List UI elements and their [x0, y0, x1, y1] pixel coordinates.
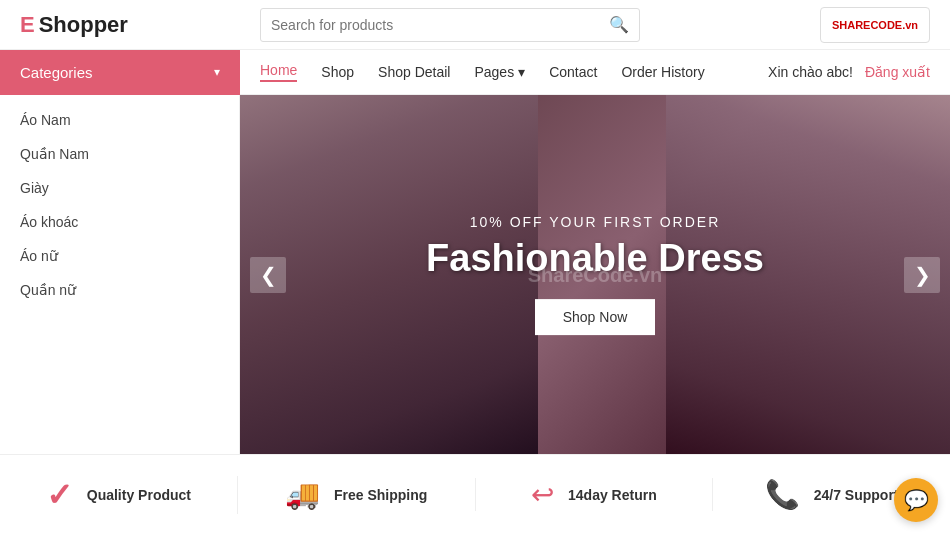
categories-label: Categories: [20, 64, 93, 81]
greeting-text: Xin chào abc!: [768, 64, 853, 80]
hero-discount-text: 10% OFF YOUR FIRST ORDER: [425, 214, 765, 230]
sidebar-item-giay[interactable]: Giày: [0, 171, 239, 205]
truck-icon: 🚚: [285, 478, 320, 511]
sidebar: Áo Nam Quần Nam Giày Áo khoác Áo nữ Quần…: [0, 95, 240, 454]
nav-link-home[interactable]: Home: [260, 62, 297, 82]
nav-link-pages[interactable]: Pages ▾: [474, 64, 525, 80]
feature-shipping: 🚚 Free Shipping: [238, 478, 476, 511]
main-area: Áo Nam Quần Nam Giày Áo khoác Áo nữ Quần…: [0, 95, 950, 454]
pages-label: Pages: [474, 64, 514, 80]
hero-title: Fashionable Dress: [425, 238, 765, 280]
nav-link-shop[interactable]: Shop: [321, 64, 354, 80]
shop-now-button[interactable]: Shop Now: [535, 299, 656, 335]
search-input[interactable]: [271, 17, 609, 33]
logo-letter: E: [20, 12, 35, 38]
categories-button[interactable]: Categories ▾: [0, 50, 240, 95]
logo-name: Shopper: [39, 12, 128, 38]
sidebar-item-quan-nu[interactable]: Quần nữ: [0, 273, 239, 307]
header: E Shopper 🔍 SHARECODE.vn: [0, 0, 950, 50]
chevron-down-icon: ▾: [518, 64, 525, 80]
quality-label: Quality Product: [87, 487, 191, 503]
nav-link-contact[interactable]: Contact: [549, 64, 597, 80]
chevron-down-icon: ▾: [214, 65, 220, 79]
feature-return: ↩ 14day Return: [476, 478, 714, 511]
search-area: 🔍: [260, 8, 640, 42]
nav-link-shop-detail[interactable]: Shop Detail: [378, 64, 450, 80]
return-label: 14day Return: [568, 487, 657, 503]
hero-next-button[interactable]: ❯: [904, 257, 940, 293]
header-right: SHARECODE.vn: [820, 7, 930, 43]
chat-bubble-button[interactable]: 💬: [894, 478, 938, 522]
support-label: 24/7 Support: [814, 487, 899, 503]
nav-bar: Categories ▾ Home Shop Shop Detail Pages…: [0, 50, 950, 95]
sharecode-logo: SHARECODE.vn: [820, 7, 930, 43]
nav-link-order-history[interactable]: Order History: [621, 64, 704, 80]
search-button[interactable]: 🔍: [609, 15, 629, 34]
nav-links: Home Shop Shop Detail Pages ▾ Contact Or…: [240, 62, 768, 82]
logo-area: E Shopper: [20, 12, 260, 38]
hero-prev-button[interactable]: ❮: [250, 257, 286, 293]
footer-features: ✓ Quality Product 🚚 Free Shipping ↩ 14da…: [0, 454, 950, 534]
phone-icon: 📞: [765, 478, 800, 511]
sidebar-item-ao-nu[interactable]: Áo nữ: [0, 239, 239, 273]
shipping-label: Free Shipping: [334, 487, 427, 503]
check-icon: ✓: [46, 476, 73, 514]
feature-quality: ✓ Quality Product: [0, 476, 238, 514]
hero-content: 10% OFF YOUR FIRST ORDER Fashionable Dre…: [425, 214, 765, 336]
sidebar-item-ao-nam[interactable]: Áo Nam: [0, 103, 239, 137]
sidebar-item-ao-khoac[interactable]: Áo khoác: [0, 205, 239, 239]
search-icon: 🔍: [609, 16, 629, 33]
return-icon: ↩: [531, 478, 554, 511]
sidebar-item-quan-nam[interactable]: Quần Nam: [0, 137, 239, 171]
nav-right: Xin chào abc! Đăng xuất: [768, 64, 950, 80]
hero-banner: ShareCode.vn 10% OFF YOUR FIRST ORDER Fa…: [240, 95, 950, 454]
chat-icon: 💬: [904, 488, 929, 512]
logout-button[interactable]: Đăng xuất: [865, 64, 930, 80]
